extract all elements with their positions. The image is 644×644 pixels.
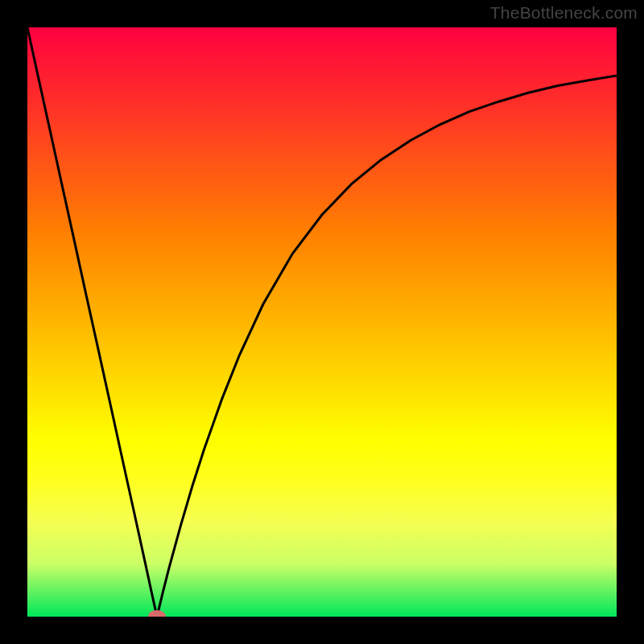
chart-root: TheBottleneck.com [0, 0, 644, 644]
watermark-text: TheBottleneck.com [490, 3, 638, 23]
bottleneck-curve [27, 27, 617, 617]
plot-area [27, 27, 617, 617]
curve-line [27, 27, 617, 617]
